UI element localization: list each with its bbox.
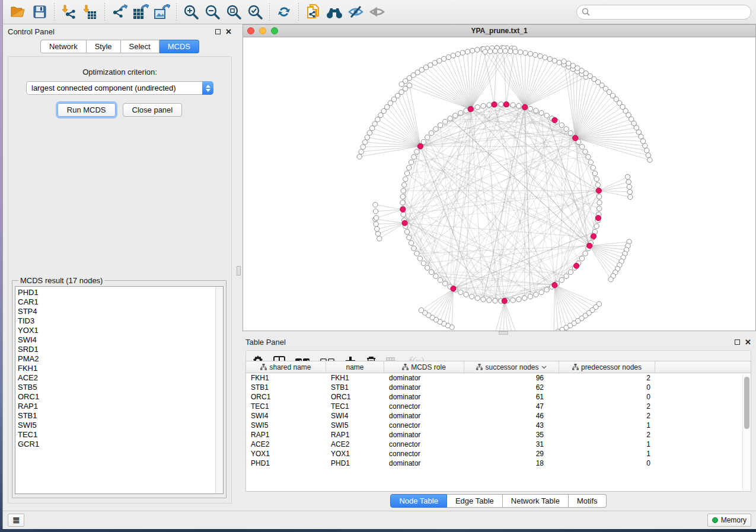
network-node[interactable] [557,60,562,65]
column-header-shared-name[interactable]: shared name [246,361,326,373]
network-node[interactable] [409,160,413,165]
network-node[interactable] [513,49,518,54]
mcds-result-item[interactable]: FKH1 [18,364,223,373]
network-node[interactable] [469,294,474,299]
network-node[interactable] [523,50,528,55]
network-node[interactable] [374,226,379,231]
mcds-result-item[interactable]: CAR1 [18,297,223,307]
network-node[interactable] [544,113,549,118]
network-node[interactable] [377,236,382,241]
network-node[interactable] [475,47,480,52]
network-node[interactable] [511,298,515,303]
node-table[interactable]: shared namenameMCDS rolesuccessor nodesp… [245,361,751,492]
mcds-result-item[interactable]: PMA2 [18,354,223,364]
network-node[interactable] [591,233,596,239]
mcds-result-item[interactable]: ACE2 [18,373,223,383]
network-node[interactable] [409,241,413,245]
network-node[interactable] [518,50,522,55]
network-node[interactable] [552,117,557,123]
network-node[interactable] [508,49,513,53]
import-table-icon[interactable] [79,2,101,22]
column-header-predecessor-nodes[interactable]: predecessor nodes [559,361,655,373]
network-node[interactable] [437,58,442,63]
import-network-icon[interactable] [58,2,79,22]
network-node[interactable] [367,130,372,135]
network-node[interactable] [460,50,465,55]
network-node[interactable] [401,212,406,217]
mcds-result-item[interactable]: SRD1 [18,345,223,354]
network-node[interactable] [503,49,508,53]
network-node[interactable] [516,104,521,108]
vertical-splitter[interactable] [237,24,241,511]
network-node[interactable] [357,154,362,159]
network-node[interactable] [588,160,593,165]
network-node[interactable] [568,270,573,274]
column-header-MCDS-role[interactable]: MCDS role [384,361,464,373]
network-node[interactable] [528,106,532,111]
table-row[interactable]: ACE2ACE2connector311 [246,440,751,449]
network-node[interactable] [400,194,405,199]
mcds-result-item[interactable]: TEC1 [18,430,223,440]
network-node[interactable] [643,143,647,148]
network-node[interactable] [365,135,369,140]
tab-motifs[interactable]: Motifs [569,494,607,508]
network-node[interactable] [502,298,507,303]
network-node[interactable] [528,294,532,299]
export-image-icon[interactable] [151,2,173,22]
network-node[interactable] [488,49,493,53]
hide-graphics-details-icon[interactable] [345,2,366,22]
search-network-icon[interactable] [324,2,345,22]
network-node[interactable] [372,121,377,126]
tab-select[interactable]: Select [121,40,160,53]
mcds-result-item[interactable]: GCR1 [18,440,223,449]
network-node[interactable] [628,194,633,199]
mcds-result-item[interactable]: TID3 [18,316,223,326]
network-node[interactable] [574,263,579,268]
network-node[interactable] [596,206,601,211]
network-node[interactable] [369,126,374,130]
network-node[interactable] [483,49,487,54]
network-node[interactable] [359,149,363,154]
network-node[interactable] [433,274,438,278]
network-node[interactable] [562,59,566,63]
close-panel-icon[interactable]: ✕ [225,29,232,34]
mcds-result-item[interactable]: STP4 [18,307,223,316]
table-row[interactable]: ORC1ORC1dominator610 [246,392,751,402]
table-scrollbar[interactable] [742,374,750,491]
network-node[interactable] [645,148,649,153]
close-panel-button[interactable]: Close panel [123,103,183,117]
network-node[interactable] [552,58,557,63]
network-node[interactable] [458,110,463,115]
tab-network[interactable]: Network [40,40,87,53]
network-node[interactable] [522,296,527,300]
network-node[interactable] [438,277,442,282]
mcds-result-item[interactable]: SWI4 [18,335,223,345]
network-node[interactable] [407,235,412,240]
network-node[interactable] [560,327,564,331]
close-panel-icon[interactable]: ✕ [745,339,751,345]
network-node[interactable] [404,171,409,175]
network-node[interactable] [608,277,613,281]
network-node[interactable] [522,104,528,110]
network-node[interactable] [627,184,631,189]
network-node[interactable] [626,180,631,184]
network-node[interactable] [465,49,470,54]
network-node[interactable] [404,229,409,234]
network-node[interactable] [487,298,492,303]
open-session-icon[interactable] [8,2,29,22]
export-table-icon[interactable] [130,2,151,22]
network-node[interactable] [443,281,448,286]
network-node[interactable] [564,274,569,278]
network-node[interactable] [400,200,405,205]
network-node[interactable] [375,117,380,121]
network-node[interactable] [591,165,595,170]
network-node[interactable] [583,251,588,256]
tab-edge-table[interactable]: Edge Table [447,494,503,508]
float-panel-icon[interactable] [735,339,740,345]
network-node[interactable] [534,292,538,297]
tab-mcds[interactable]: MCDS [160,40,199,53]
network-node[interactable] [412,246,416,251]
zoom-in-icon[interactable] [180,2,202,22]
network-node[interactable] [417,143,423,149]
network-node[interactable] [425,265,430,270]
